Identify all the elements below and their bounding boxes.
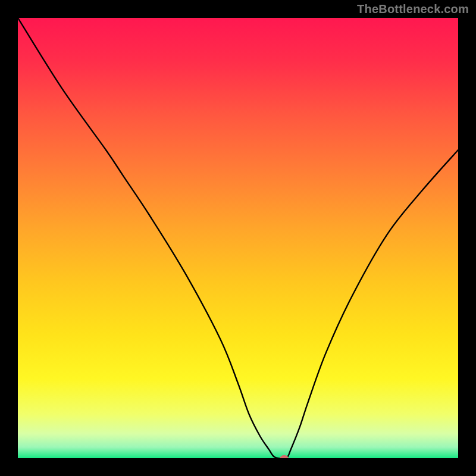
chart-plot-area [18, 18, 458, 458]
watermark-text: TheBottleneck.com [357, 2, 469, 16]
chart-background [18, 18, 458, 458]
chart-svg [18, 18, 458, 458]
chart-frame: TheBottleneck.com [0, 0, 476, 476]
